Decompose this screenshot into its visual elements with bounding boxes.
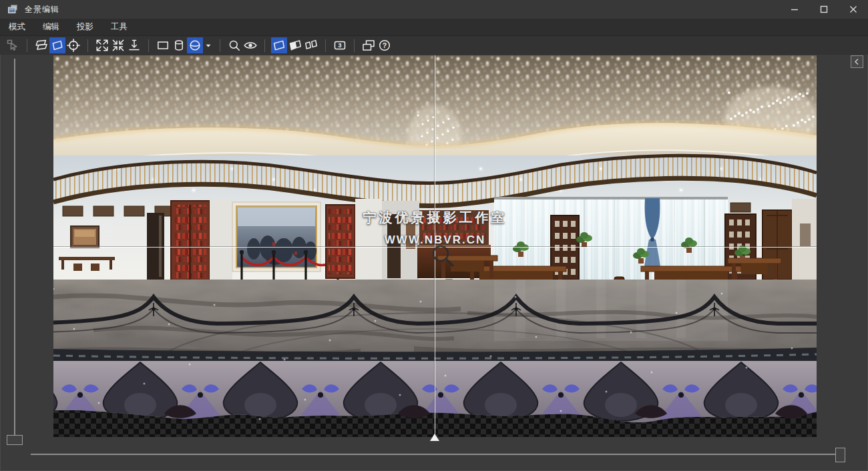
toolbar: 3 ? [0,36,868,55]
shrink-view-button[interactable] [110,37,126,53]
window-title: 全景编辑 [25,4,59,15]
minimize-icon [791,5,799,13]
center-marker[interactable] [430,434,439,441]
expand-view-button[interactable] [94,37,110,53]
svg-text:3: 3 [338,41,341,49]
sphere-projection-button[interactable] [187,37,203,53]
toolbar-separator [354,39,355,52]
chevron-left-icon [853,58,861,65]
chevron-down-icon [203,37,214,53]
arrow-to-baseline-icon [126,37,142,53]
select-cursor-icon [5,37,21,53]
toolbar-separator [148,39,149,52]
help-button[interactable]: ? [377,37,393,53]
single-pane-icon [271,37,287,53]
menu-bar: 模式 编辑 投影 工具 [0,19,868,36]
menu-projection[interactable]: 投影 [68,19,102,35]
toolbar-separator [325,39,326,52]
view-split-button[interactable] [287,37,303,53]
toolbar-separator [264,39,265,52]
collapse-panel-button[interactable] [851,55,863,68]
title-bar: 全景编辑 [0,0,868,19]
panorama-canvas[interactable]: 宁波优景摄影工作室 WWW.NBVR.CN [53,55,817,437]
cylinder-icon [171,37,187,53]
panorama-icon [49,37,65,53]
rectangle-icon [155,37,171,53]
fit-height-button[interactable] [126,37,142,53]
svg-text:?: ? [383,41,387,49]
three-badge-icon: 3 [332,37,348,53]
stacked-panoramas-icon [33,37,49,53]
cylinder-projection-button[interactable] [171,37,187,53]
menu-tools[interactable]: 工具 [102,19,136,35]
toolbar-separator [220,39,220,52]
eye-icon [242,37,258,53]
cascade-windows-icon [361,37,377,53]
toolbar-separator [27,39,27,52]
view-three-button[interactable]: 3 [332,37,348,53]
sphere-icon [187,37,203,53]
close-button[interactable] [839,0,868,19]
menu-edit[interactable]: 编辑 [34,19,68,35]
horizontal-slider-handle[interactable] [835,448,845,462]
crosshair-icon [65,37,81,53]
magnifier-icon [226,37,242,53]
expand-arrows-icon [94,37,110,53]
select-tool-button[interactable] [5,37,21,53]
preview-button[interactable] [242,37,258,53]
menu-mode[interactable]: 模式 [0,19,34,35]
dual-pane-icon [303,37,319,53]
panorama-stack-button[interactable] [33,37,49,53]
collapse-arrows-icon [110,37,126,53]
app-window: 全景编辑 模式 编辑 投影 工具 [0,0,868,471]
help-icon: ? [377,37,393,53]
center-point-button[interactable] [65,37,81,53]
view-single-button[interactable] [271,37,287,53]
panorama-single-button[interactable] [49,37,65,53]
vertical-slider-track[interactable] [14,59,15,436]
panorama-image [53,55,817,437]
toolbar-separator [87,39,88,52]
vertical-slider-handle[interactable] [7,435,23,445]
view-dual-button[interactable] [303,37,319,53]
app-icon [7,3,19,15]
magnifier-button[interactable] [226,37,242,53]
maximize-button[interactable] [809,0,839,19]
split-pane-icon [287,37,303,53]
flat-projection-button[interactable] [155,37,171,53]
horizontal-slider-track[interactable] [31,454,840,455]
minimize-button[interactable] [780,0,809,19]
projection-more-button[interactable] [203,37,214,53]
close-icon [849,5,857,13]
maximize-icon [820,5,828,13]
cascade-windows-button[interactable] [361,37,377,53]
